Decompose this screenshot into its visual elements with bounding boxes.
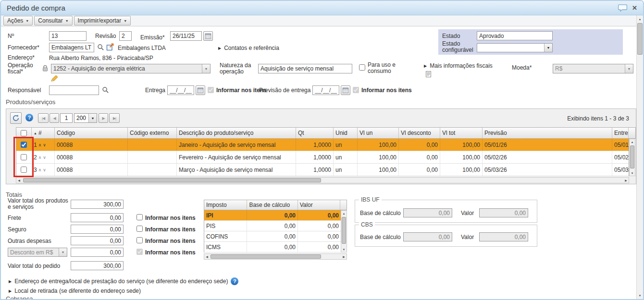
desconto-input[interactable] — [71, 248, 124, 257]
menu-imprimir-exportar[interactable]: Imprimir/exportar▼ — [74, 16, 131, 25]
imposto-row[interactable]: PIS 0,00 0,00 — [204, 221, 341, 231]
col-header-vl-tot[interactable]: Vl tot — [440, 128, 483, 138]
scroll-down-icon[interactable]: ▼ — [630, 170, 635, 176]
next-page-button[interactable]: ▶ — [99, 113, 108, 123]
seguro-input[interactable] — [71, 225, 124, 234]
move-up-icon[interactable]: ∧ — [38, 155, 42, 160]
numero-input[interactable] — [49, 31, 87, 41]
last-page-button[interactable]: ▶| — [109, 113, 120, 123]
col-header-qt[interactable]: Qt — [296, 128, 334, 138]
products-vertical-scrollbar[interactable]: ▲ ▼ — [629, 139, 635, 176]
move-down-icon[interactable]: ∨ — [43, 143, 46, 147]
edit-pencil-icon[interactable] — [51, 75, 59, 82]
impostos-horizontal-scrollbar[interactable]: ◀ ▶ — [204, 253, 347, 260]
revisao-input[interactable] — [119, 31, 132, 41]
outras-despesas-input[interactable] — [71, 236, 124, 245]
scroll-up-icon[interactable]: ▲ — [341, 211, 347, 216]
help-icon[interactable]: ? — [231, 277, 238, 285]
scroll-down-icon[interactable]: ▼ — [637, 293, 643, 298]
row-checkbox[interactable] — [21, 142, 27, 148]
scrollbar-thumb[interactable] — [23, 178, 321, 182]
menu-acoes[interactable]: Ações▼ — [3, 16, 33, 25]
document-icon[interactable] — [426, 71, 431, 77]
operacao-fiscal-select[interactable]: 1252 - Aquisição de energia elétrica ▼ — [51, 64, 211, 73]
estado-configuravel-select[interactable]: ▼ — [477, 43, 553, 52]
desconto-tipo-select[interactable]: Desconto em R$ ▼ — [8, 248, 67, 257]
col-header-vl-desconto[interactable]: Vl desconto — [399, 128, 440, 138]
natureza-operacao-input[interactable] — [258, 64, 352, 73]
table-row[interactable]: 1∧∨ 00088 Janeiro - Aquisição de serviço… — [16, 139, 629, 151]
col-header-imposto[interactable]: Imposto — [204, 200, 247, 210]
outras-despesas-informar-checkbox[interactable] — [136, 237, 143, 243]
previsao-entrega-date-input[interactable] — [312, 85, 339, 95]
estado-input[interactable] — [477, 31, 553, 40]
scroll-left-icon[interactable]: ◀ — [16, 178, 22, 183]
scroll-down-icon[interactable]: ▼ — [341, 247, 347, 252]
table-row[interactable]: 3∧∨ 00088 Março - Aquisição de serviço m… — [16, 164, 629, 176]
para-uso-consumo-checkbox[interactable] — [359, 64, 365, 71]
imposto-row[interactable]: ICMS 0,00 0,00 — [204, 242, 341, 252]
moeda-select[interactable]: R$ ▼ — [553, 64, 633, 73]
local-retirada-link[interactable]: ▶ Local de retirada (se diferente do end… — [9, 288, 141, 294]
col-header-entrega[interactable]: Entrega — [612, 128, 629, 138]
valor-total-pedido-input[interactable] — [71, 261, 124, 270]
refresh-icon[interactable] — [10, 112, 22, 124]
col-header-codigo[interactable]: Código — [55, 128, 128, 138]
col-header-base[interactable]: Base de cálculo — [247, 200, 297, 210]
search-icon[interactable] — [102, 86, 109, 94]
frete-input[interactable] — [71, 213, 124, 222]
entrega-calendar-icon[interactable] — [196, 85, 205, 95]
seguro-informar-checkbox[interactable] — [136, 226, 143, 232]
scroll-up-icon[interactable]: ▲ — [637, 16, 643, 22]
col-header-vl-un[interactable]: Vl un — [358, 128, 399, 138]
close-icon[interactable]: ✕ — [632, 4, 637, 12]
previous-page-button[interactable]: ◀ — [50, 113, 59, 123]
col-header-valor[interactable]: Valor — [298, 200, 340, 210]
impostos-vertical-scrollbar[interactable]: ▲ ▼ — [341, 210, 347, 252]
comments-icon[interactable] — [618, 4, 627, 12]
table-row[interactable]: 2∧∨ 00088 Fevereiro - Aquisição de servi… — [16, 151, 629, 164]
scroll-right-icon[interactable]: ▶ — [341, 254, 347, 259]
scroll-up-icon[interactable]: ▲ — [630, 139, 635, 144]
scrollbar-thumb[interactable] — [637, 23, 643, 55]
move-up-icon[interactable]: ∧ — [38, 168, 42, 172]
menu-consultar[interactable]: Consultar▼ — [34, 16, 72, 25]
imposto-row[interactable]: IPI 0,00 0,00 — [204, 210, 341, 221]
scroll-left-icon[interactable]: ◀ — [204, 254, 210, 259]
col-header-unid[interactable]: Unid — [334, 128, 358, 138]
entrega-date-input[interactable] — [167, 85, 194, 95]
col-header-num[interactable]: ▲# — [32, 128, 55, 138]
endereco-entrega-link[interactable]: ▶ Endereço de entrega/local de prestação… — [9, 277, 238, 285]
row-checkbox[interactable] — [21, 154, 27, 160]
help-icon[interactable]: ? — [25, 114, 33, 121]
previsao-calendar-icon[interactable] — [341, 85, 350, 95]
first-page-button[interactable]: |◀ — [38, 113, 49, 123]
move-down-icon[interactable]: ∨ — [43, 168, 46, 172]
imposto-row[interactable]: COFINS 0,00 0,00 — [204, 231, 341, 242]
mais-informacoes-fiscais-link[interactable]: ▶ Mais informações fiscais — [424, 62, 493, 69]
responsavel-input[interactable] — [49, 85, 99, 95]
scrollbar-thumb[interactable] — [342, 217, 346, 244]
row-checkbox[interactable] — [21, 167, 27, 173]
contatos-referencia-link[interactable]: ▶ Contatos e referência — [218, 45, 279, 51]
page-number-input[interactable] — [60, 113, 73, 123]
col-header-codigo-externo[interactable]: Código externo — [128, 128, 177, 138]
emissao-calendar-icon[interactable] — [203, 31, 213, 41]
products-horizontal-scrollbar[interactable]: ◀ ▶ — [16, 177, 629, 183]
scroll-right-icon[interactable]: ▶ — [623, 178, 629, 183]
move-up-icon[interactable]: ∧ — [38, 143, 42, 147]
scrollbar-thumb[interactable] — [630, 145, 634, 168]
valor-total-produtos-input[interactable] — [71, 200, 124, 209]
move-down-icon[interactable]: ∨ — [43, 155, 46, 160]
select-all-checkbox[interactable] — [21, 130, 27, 136]
page-vertical-scrollbar[interactable]: ▲ ▼ — [636, 15, 643, 299]
external-link-icon[interactable] — [106, 43, 114, 51]
scrollbar-thumb[interactable] — [211, 254, 321, 259]
col-header-descricao[interactable]: Descrição do produto/serviço — [177, 128, 296, 138]
col-header-previsao[interactable]: Previsão — [483, 128, 612, 138]
page-size-select[interactable]: 200 ▼ — [74, 113, 97, 123]
fornecedor-input[interactable] — [49, 43, 94, 52]
emissao-input[interactable] — [170, 31, 202, 41]
frete-informar-checkbox[interactable] — [136, 214, 143, 220]
search-icon[interactable] — [97, 44, 104, 51]
